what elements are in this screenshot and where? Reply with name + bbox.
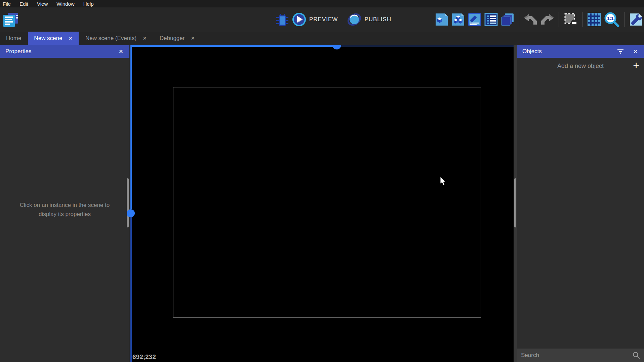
objects-panel-header: Objects ✕	[517, 45, 644, 58]
toolbar-divider	[624, 12, 625, 27]
canvas-top-border	[130, 45, 337, 47]
open-object-groups-panel-icon[interactable]	[451, 13, 465, 26]
tab-label: New scene	[34, 35, 62, 42]
properties-panel-title: Properties	[5, 48, 31, 55]
toolbar-divider	[582, 12, 583, 27]
close-icon[interactable]: ✕	[68, 35, 73, 41]
tab-label: Debugger	[160, 35, 185, 42]
tab-home[interactable]: Home	[0, 32, 27, 45]
preview-play-icon[interactable]	[292, 12, 306, 27]
plus-icon[interactable]: +	[633, 59, 639, 72]
close-icon[interactable]: ✕	[118, 48, 124, 55]
mouse-cursor	[440, 177, 447, 187]
preview-button[interactable]: PREVIEW	[309, 16, 338, 23]
tab-bar: Home New scene ✕ New scene (Events) ✕ De…	[0, 32, 644, 45]
add-new-object-button[interactable]: Add a new object +	[517, 58, 644, 74]
open-layers-panel-icon[interactable]	[501, 13, 514, 26]
open-instances-list-panel-icon[interactable]	[484, 13, 498, 26]
properties-panel: Properties ✕ Click on an instance in the…	[0, 45, 129, 362]
open-objects-panel-icon[interactable]	[435, 13, 448, 26]
search-icon[interactable]	[633, 352, 640, 359]
gdevelop-window: File Edit View Window Help	[0, 0, 644, 362]
left-drag-handle[interactable]	[127, 209, 135, 217]
objects-search-bar	[517, 349, 644, 362]
open-properties-panel-icon[interactable]	[468, 13, 481, 26]
tab-debugger[interactable]: Debugger ✕	[154, 32, 201, 45]
deselect-mask-icon[interactable]	[564, 12, 578, 27]
tab-new-scene-events[interactable]: New scene (Events) ✕	[79, 32, 153, 45]
toolbar-divider	[519, 12, 519, 27]
menu-edit[interactable]: Edit	[19, 1, 28, 7]
toolbar: PREVIEW PUBLISH	[0, 7, 644, 32]
left-scrollbar-thumb[interactable]	[127, 178, 129, 227]
publish-button[interactable]: PUBLISH	[364, 16, 391, 23]
add-new-object-label: Add a new object	[557, 63, 604, 70]
canvas-left-border-dim	[130, 217, 132, 362]
project-manager-icon[interactable]	[3, 12, 19, 28]
undo-icon[interactable]	[524, 14, 537, 25]
zoom-1-1-icon[interactable]: 1:1	[604, 12, 619, 27]
menu-view[interactable]: View	[37, 1, 48, 7]
objects-panel: Objects ✕ Add a new object +	[517, 45, 644, 362]
right-scrollbar-track[interactable]	[514, 45, 517, 362]
properties-empty-message: Click on an instance in the scene to dis…	[10, 201, 119, 219]
toggle-grid-icon[interactable]	[588, 13, 601, 26]
publish-globe-icon[interactable]	[347, 12, 361, 27]
canvas-left-border	[130, 45, 132, 209]
tab-new-scene[interactable]: New scene ✕	[28, 32, 79, 45]
toolbar-center-group: PREVIEW PUBLISH	[276, 7, 391, 32]
menu-help[interactable]: Help	[83, 1, 94, 7]
debug-icon[interactable]	[276, 12, 289, 27]
canvas-top-border-dim	[337, 45, 514, 47]
toolbar-right-group: 1:1	[435, 7, 643, 32]
toolbar-divider	[559, 12, 559, 27]
game-window-frame	[173, 87, 481, 318]
main-area: Properties ✕ Click on an instance in the…	[0, 45, 644, 362]
filter-icon[interactable]	[617, 49, 624, 54]
tab-label: New scene (Events)	[85, 35, 136, 42]
close-icon[interactable]: ✕	[633, 48, 639, 55]
redo-icon[interactable]	[540, 14, 554, 25]
scene-canvas[interactable]: 692;232	[130, 45, 514, 362]
properties-panel-header: Properties ✕	[0, 45, 129, 58]
objects-panel-title: Objects	[522, 48, 542, 55]
close-icon[interactable]: ✕	[143, 35, 147, 41]
right-scrollbar-thumb[interactable]	[514, 178, 516, 227]
menu-bar: File Edit View Window Help	[0, 0, 644, 7]
menu-file[interactable]: File	[3, 1, 11, 7]
tab-label: Home	[6, 35, 21, 42]
open-scene-properties-icon[interactable]	[629, 13, 643, 26]
search-input[interactable]	[521, 352, 633, 359]
close-icon[interactable]: ✕	[191, 35, 195, 41]
cursor-coordinates: 692;232	[132, 353, 156, 361]
top-drag-handle[interactable]	[332, 45, 341, 49]
menu-window[interactable]: Window	[56, 1, 74, 7]
svg-text:1:1: 1:1	[607, 16, 614, 21]
